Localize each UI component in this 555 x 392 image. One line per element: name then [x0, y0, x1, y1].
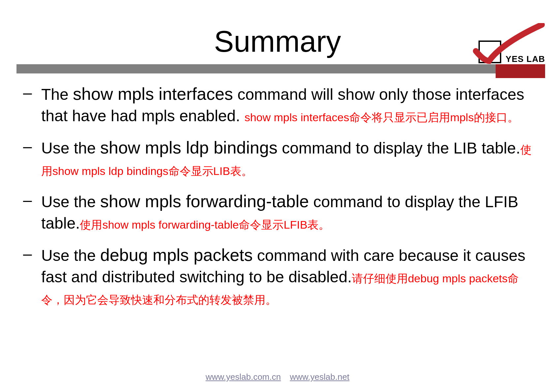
bullet-body: Use the debug mpls packets command with … — [41, 243, 535, 309]
bullet-list: – The show mpls interfaces command will … — [23, 82, 535, 319]
list-item: – Use the show mpls forwarding-table com… — [23, 190, 535, 234]
bullet-body: The show mpls interfaces command will sh… — [41, 82, 535, 127]
slide: Summary YES LAB – The show mpls interfac… — [0, 0, 555, 392]
bullet-translation: show mpls interfaces命令将只显示已启用mpls的接口。 — [244, 111, 518, 124]
yeslab-logo: YES LAB — [456, 23, 548, 69]
bullet-command: show mpls interfaces — [73, 84, 233, 103]
bullet-dash: – — [23, 190, 41, 234]
bullet-dash: – — [23, 136, 41, 181]
bullet-body: Use the show mpls forwarding-table comma… — [41, 190, 535, 234]
bullet-command: debug mpls packets — [100, 245, 253, 265]
list-item: – Use the show mpls ldp bindings command… — [23, 136, 535, 181]
bullet-pre: Use the — [41, 247, 100, 264]
bullet-command: show mpls forwarding-table — [100, 192, 309, 211]
list-item: – The show mpls interfaces command will … — [23, 82, 535, 127]
bullet-dash: – — [23, 243, 41, 309]
logo-text: YES LAB — [506, 54, 545, 64]
bullet-command: show mpls ldp bindings — [100, 138, 278, 157]
footer-links: www.yeslab.com.cn www.yeslab.net — [0, 372, 555, 382]
list-item: – Use the debug mpls packets command wit… — [23, 243, 535, 309]
footer-link-comcn[interactable]: www.yeslab.com.cn — [205, 372, 281, 382]
footer-link-net[interactable]: www.yeslab.net — [290, 372, 350, 382]
divider-bar-gray — [16, 64, 545, 73]
bullet-pre: Use the — [41, 193, 100, 210]
bullet-pre: The — [41, 86, 73, 103]
bullet-post: command to display the LIB table. — [277, 139, 520, 157]
bullet-dash: – — [23, 82, 41, 127]
divider-bar-red — [496, 64, 545, 78]
bullet-translation: 使用show mpls forwarding-table命令显示LFIB表。 — [80, 218, 330, 231]
bullet-body: Use the show mpls ldp bindings command t… — [41, 136, 535, 181]
bullet-pre: Use the — [41, 139, 100, 157]
